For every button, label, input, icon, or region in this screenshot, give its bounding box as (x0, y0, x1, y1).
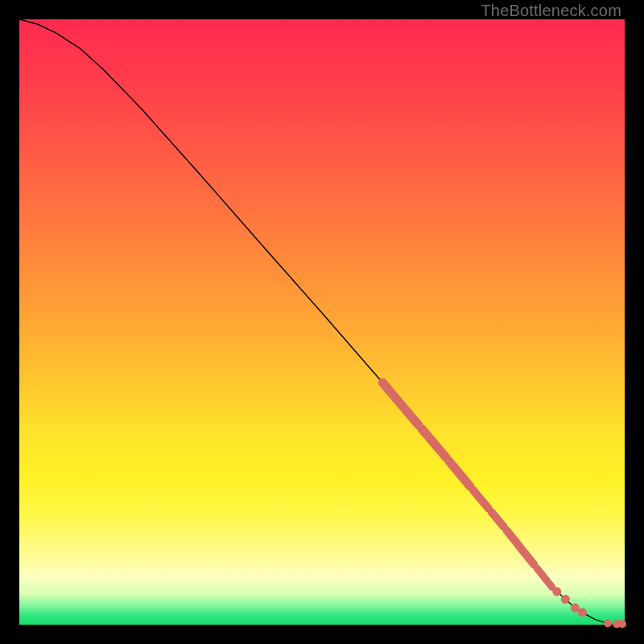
highlight-point (552, 587, 561, 596)
highlight-point (578, 608, 587, 617)
highlight-point (561, 595, 570, 604)
highlight-segment (382, 382, 419, 425)
highlight-layer (382, 382, 552, 587)
bottleneck-curve (19, 19, 625, 624)
tail-connector (608, 623, 622, 624)
highlight-segment (492, 512, 504, 526)
highlight-segment (422, 429, 446, 458)
highlight-segment (506, 530, 534, 564)
watermark-text: TheBottleneck.com (481, 2, 621, 20)
highlight-segment (537, 568, 552, 588)
marker-layer (552, 587, 626, 628)
highlight-segment (473, 490, 489, 509)
bottleneck-chart (19, 19, 625, 625)
highlight-segment (449, 461, 470, 487)
